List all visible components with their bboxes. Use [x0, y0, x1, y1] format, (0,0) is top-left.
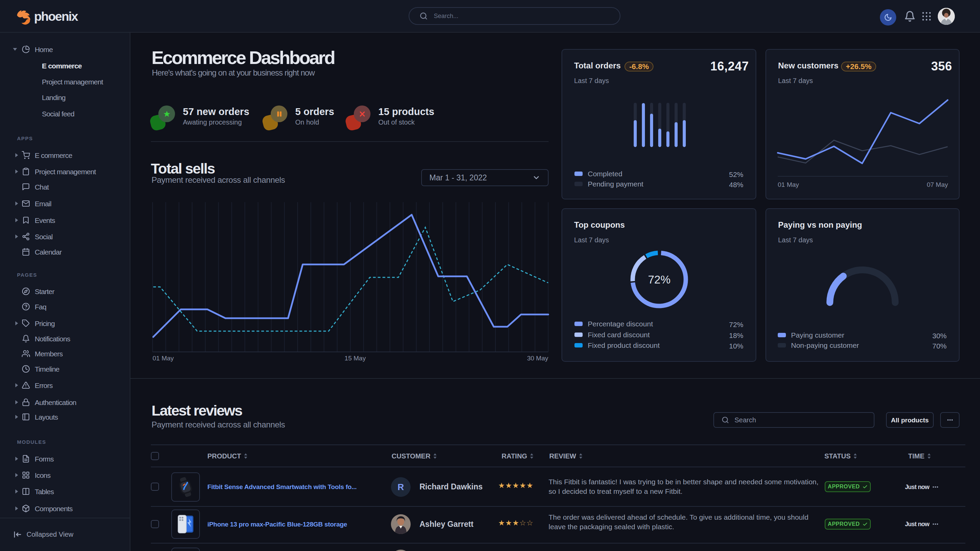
svg-text:15 May: 15 May [345, 355, 366, 362]
svg-text:30 May: 30 May [527, 355, 549, 362]
svg-text:07 May: 07 May [927, 181, 948, 188]
svg-text:01 May: 01 May [778, 181, 799, 188]
svg-text:01 May: 01 May [153, 355, 174, 362]
